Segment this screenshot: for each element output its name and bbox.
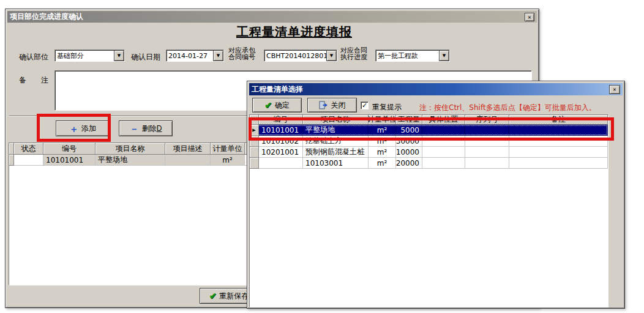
cell-unit[interactable]: m² <box>211 155 245 166</box>
col-header-status: 状态 <box>14 143 43 155</box>
cell-name[interactable]: 平整场地 <box>95 155 165 166</box>
col-header-desc: 项目描述 <box>165 143 211 155</box>
page-title: 工程量清单进度填报 <box>28 24 561 40</box>
delete-button-label: 删除D <box>142 123 162 134</box>
confirm-date-select[interactable]: 2014-01-27 ▼ <box>166 50 224 62</box>
cell-desc[interactable] <box>165 155 211 166</box>
annotation-rectangle-selected-row <box>249 117 614 141</box>
row-selector-cell[interactable] <box>250 158 259 169</box>
cell-location[interactable] <box>422 147 465 158</box>
chevron-down-icon[interactable]: ▼ <box>114 50 124 61</box>
cell-unit[interactable]: m² <box>369 158 396 169</box>
contract-progress-value: 第一批工程款 <box>376 51 439 61</box>
contract-progress-label: 对应合同执行进度 <box>340 47 367 61</box>
resave-button-label: 重新保存 <box>219 291 249 301</box>
front-dialog-titlebar: 工程量清单选择 ✕ <box>249 83 623 95</box>
contract-no-select[interactable]: CBHT2014012801 ▼ <box>264 50 337 62</box>
check-icon: ✔ <box>264 101 272 109</box>
col-header-code: 编号 <box>43 143 95 155</box>
cell-serial[interactable] <box>465 158 509 169</box>
back-dialog-titlebar: 项目部位完成进度确认 ✕ <box>7 11 537 23</box>
cell-code[interactable]: 10101001 <box>43 155 95 166</box>
repeat-prompt-label: 重复提示 <box>372 102 402 112</box>
confirm-part-value: 基础部分 <box>55 51 114 61</box>
contract-no-value: CBHT2014012801 <box>264 52 326 60</box>
cell-name[interactable]: 10103001 <box>303 158 369 169</box>
close-icon[interactable]: ✕ <box>609 85 620 94</box>
delete-button-text: 删除 <box>142 124 157 133</box>
cell-code[interactable] <box>259 158 303 169</box>
chevron-down-icon[interactable]: ▼ <box>439 50 449 61</box>
row-selector-cell[interactable] <box>250 147 259 158</box>
delete-button-hotkey: D <box>157 124 162 133</box>
cell-unit[interactable]: m² <box>369 147 396 158</box>
cell-code[interactable]: 10201001 <box>259 147 303 158</box>
confirm-date-value: 2014-01-27 <box>167 52 213 60</box>
cell-status[interactable] <box>14 155 43 166</box>
front-dialog-title: 工程量清单选择 <box>252 84 303 95</box>
screen: 项目部位完成进度确认 ✕ 工程量清单进度填报 确认部位 基础部分 ▼ 确认日期 … <box>0 0 644 313</box>
cell-remark[interactable] <box>509 147 608 158</box>
contract-progress-select[interactable]: 第一批工程款 ▼ <box>375 50 450 62</box>
confirm-date-label: 确认日期 <box>131 52 160 62</box>
remark-label: 备 注 <box>19 75 48 86</box>
close-button[interactable]: 关闭 <box>307 98 357 112</box>
ok-button-label: 确定 <box>275 100 290 111</box>
contract-no-label: 对应承包合同编号 <box>228 47 255 61</box>
col-header-name: 项目名称 <box>95 143 165 155</box>
back-dialog-title: 项目部位完成进度确认 <box>10 12 83 22</box>
cell-quantity[interactable]: 20000 <box>396 158 422 169</box>
contract-no-label-line2: 合同编号 <box>228 53 255 61</box>
cell-quantity[interactable]: 10000 <box>396 147 422 158</box>
minus-icon: － <box>130 124 139 133</box>
header-selector-cell <box>9 143 14 155</box>
delete-button[interactable]: － 删除D <box>119 120 173 136</box>
repeat-prompt-checkbox[interactable]: ✓ <box>361 101 369 109</box>
table-row[interactable]: 10103001 m² 20000 <box>250 158 608 169</box>
close-button-label: 关闭 <box>331 100 346 111</box>
exit-door-icon <box>319 101 328 109</box>
contract-progress-label-line2: 执行进度 <box>340 53 367 61</box>
chevron-down-icon[interactable]: ▼ <box>213 50 223 61</box>
confirm-part-label: 确认部位 <box>19 52 48 62</box>
cell-location[interactable] <box>422 158 465 169</box>
cell-remark[interactable] <box>509 158 608 169</box>
check-icon: ✔ <box>209 292 217 300</box>
cell-serial[interactable] <box>465 147 509 158</box>
quantity-list-table: 编号 项目名称 计量单位 工程量 具体位置 序列号 备注 ▶ 10101001 … <box>249 114 608 307</box>
dialog-quantity-list-select: 工程量清单选择 ✕ ✔ 确定 关闭 ✓ 重复提示 注：按住Ctrl、Shift多… <box>247 81 625 309</box>
col-header-unit: 计量单位 <box>211 143 245 155</box>
chevron-down-icon[interactable]: ▼ <box>326 50 337 61</box>
table-row[interactable]: 10201001 预制钢筋混凝土桩 m² 10000 <box>250 147 608 158</box>
checkmark-icon: ✓ <box>362 101 367 109</box>
annotation-rectangle-add <box>37 114 111 142</box>
close-icon[interactable]: ✕ <box>525 13 534 21</box>
cell-name[interactable]: 预制钢筋混凝土桩 <box>303 147 369 158</box>
row-selector-cell[interactable] <box>9 155 14 166</box>
hint-note: 注：按住Ctrl、Shift多选后点【确定】可批量后加入。 <box>419 103 596 113</box>
confirm-part-select[interactable]: 基础部分 ▼ <box>54 50 125 62</box>
ok-button[interactable]: ✔ 确定 <box>252 98 302 112</box>
